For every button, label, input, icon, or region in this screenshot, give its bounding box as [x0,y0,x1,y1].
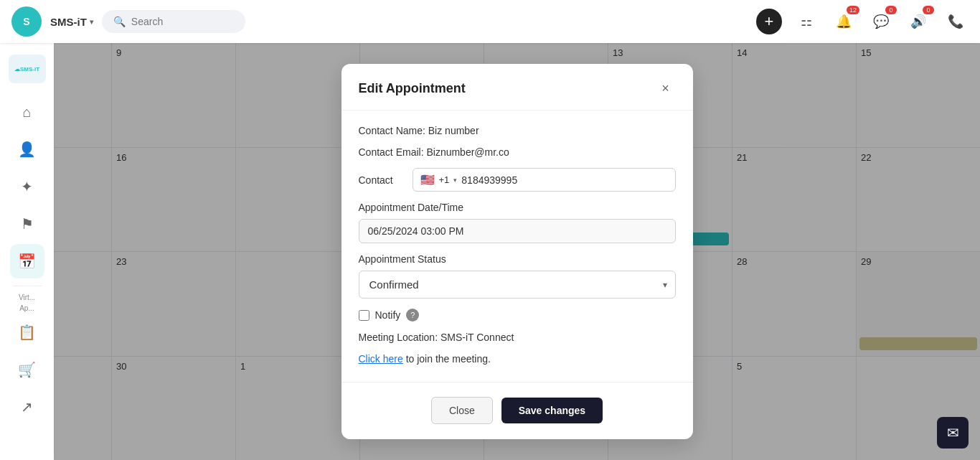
sidebar-item-home[interactable]: ⌂ [10,95,44,129]
modal-footer: Close Save changes [341,385,693,439]
status-select-wrap: Confirmed Pending Cancelled Completed ▾ [359,271,676,299]
sidebar-item-user[interactable]: 👤 [10,132,44,166]
status-select[interactable]: Confirmed Pending Cancelled Completed [359,271,676,299]
sidebar-logo: ☁SMS-iT [9,55,46,83]
meeting-location-value: SMS-iT Connect [440,332,514,343]
sidebar-label-virtual[interactable]: Virt... [4,294,50,301]
topbar-right: + ⚏ 🔔 12 💬 0 🔊 0 📞 [756,9,969,34]
contact-phone-label: Contact [359,174,405,186]
notifications-icon[interactable]: 🔔 12 [831,9,857,34]
meeting-link-suffix: to join the meeting. [406,353,491,365]
chat-bubble[interactable]: ✉ [937,417,969,449]
modal-divider [341,382,693,382]
phone-icon[interactable]: 📞 [943,9,969,34]
datetime-label: Appointment Date/Time [359,202,676,213]
logo-avatar: S [11,6,42,37]
main-content: 9 13 14 15 16 20 21 22 23 27 28 29 30 [54,43,980,460]
contact-name-field: Contact Name: Biz number [359,125,676,136]
sidebar-divider [13,286,42,286]
brand-name[interactable]: SMS-iT ▾ [50,16,93,28]
modal-title: Edit Appointment [359,81,466,96]
notify-label: Notify [375,309,401,321]
help-icon[interactable]: ? [406,309,419,321]
sidebar-item-docs[interactable]: 📋 [10,315,44,349]
meeting-link-row: Click here to join the meeting. [359,353,676,365]
phone-input-wrap[interactable]: 🇺🇸 +1 ▾ [413,168,676,192]
flag-icon: 🇺🇸 [420,173,435,187]
brand-chevron-icon: ▾ [90,18,93,26]
topbar: S SMS-iT ▾ 🔍 + ⚏ 🔔 12 💬 0 🔊 0 📞 [0,0,980,43]
sidebar-item-calendar[interactable]: 📅 [10,244,44,278]
datetime-section: Appointment Date/Time [359,202,676,243]
meeting-location: Meeting Location: SMS-iT Connect [359,332,676,343]
alerts-icon[interactable]: 🔊 0 [905,9,931,34]
search-input[interactable] [131,16,232,27]
sidebar-item-export[interactable]: ↗ [10,390,44,424]
modal-close-button[interactable]: × [656,78,676,98]
datetime-input[interactable] [359,219,676,243]
meeting-link[interactable]: Click here [359,353,403,365]
close-button[interactable]: Close [431,397,493,424]
modal-overlay: Edit Appointment × Contact Name: Biz num… [54,43,980,460]
sidebar-item-funnel[interactable]: ⚑ [10,207,44,241]
modal-body: Contact Name: Biz number Contact Email: … [341,111,693,379]
status-label: Appointment Status [359,253,676,265]
chat-icon: ✉ [947,424,959,441]
sidebar-label-appointments[interactable]: Ap... [4,304,50,312]
edit-appointment-modal: Edit Appointment × Contact Name: Biz num… [341,64,693,439]
sidebar: ☁SMS-iT ⌂ 👤 ✦ ⚑ 📅 Virt... Ap... 📋 🛒 ↗ [0,43,54,460]
search-bar[interactable]: 🔍 [102,10,245,33]
contact-name-label: Contact Name: [359,125,425,136]
notify-row: Notify ? [359,309,676,321]
phone-number-input[interactable] [461,174,667,186]
contact-phone-row: Contact 🇺🇸 +1 ▾ [359,168,676,192]
phone-country-code: +1 [439,174,450,185]
notify-checkbox[interactable] [359,310,369,321]
sidebar-item-hub[interactable]: ✦ [10,169,44,204]
apps-icon[interactable]: ⚏ [793,9,819,34]
contact-email-label: Contact Email: [359,146,424,158]
messages-icon[interactable]: 💬 0 [868,9,894,34]
phone-chevron-icon: ▾ [453,177,457,184]
messages-badge: 0 [885,6,897,14]
contact-email-value: Biznumber@mr.co [426,146,509,158]
save-changes-button[interactable]: Save changes [501,398,603,423]
alerts-badge: 0 [923,6,934,14]
search-icon: 🔍 [113,16,126,27]
contact-email-field: Contact Email: Biznumber@mr.co [359,146,676,158]
sidebar-item-cart[interactable]: 🛒 [10,352,44,387]
status-section: Appointment Status Confirmed Pending Can… [359,253,676,299]
contact-name-value: Biz number [428,125,479,136]
notification-badge: 12 [847,6,859,14]
add-button[interactable]: + [756,9,782,34]
meeting-location-label: Meeting Location: [359,332,438,343]
modal-header: Edit Appointment × [341,64,693,111]
